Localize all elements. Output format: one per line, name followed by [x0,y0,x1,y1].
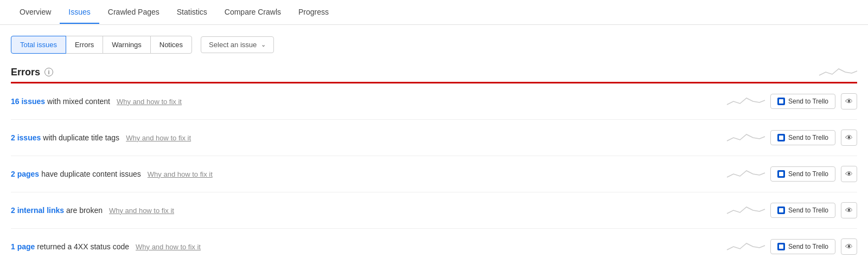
trello-label-duplicate-title: Send to Trello [788,134,828,141]
sparkline-broken-links [727,203,765,218]
fix-link-broken-links[interactable]: Why and how to fix it [109,207,174,215]
issue-row-mixed-content: 16 issues with mixed content Why and how… [11,83,857,120]
issue-row-duplicate-title: 2 issues with duplicate title tags Why a… [11,120,857,156]
eye-button-4xx-status[interactable]: 👁 [841,238,857,255]
issue-text-duplicate-content: 2 pages have duplicate content issues Wh… [11,170,727,178]
send-to-trello-mixed-content[interactable]: Send to Trello [770,94,835,109]
fix-link-mixed-content[interactable]: Why and how to fix it [117,98,182,106]
trello-icon-duplicate-content [777,170,785,178]
tab-crawled-pages[interactable]: Crawled Pages [99,1,168,24]
tab-progress[interactable]: Progress [290,1,337,24]
issue-description-duplicate-title: with duplicate title tags [43,133,119,142]
sparkline-duplicate-title [727,130,765,145]
issue-count-duplicate-content[interactable]: 2 pages [11,170,39,178]
trello-label-mixed-content: Send to Trello [788,98,828,105]
trello-icon-mixed-content [777,98,785,105]
issue-row-duplicate-content: 2 pages have duplicate content issues Wh… [11,156,857,192]
tab-statistics[interactable]: Statistics [168,1,216,24]
main-content: Total issues Errors Warnings Notices Sel… [0,25,868,264]
section-title: Errors i [11,67,53,78]
select-issue-label: Select an issue [209,41,257,49]
filter-bar: Total issues Errors Warnings Notices Sel… [11,36,857,54]
issue-actions-duplicate-content: Send to Trello 👁 [727,166,857,182]
issue-text-duplicate-title: 2 issues with duplicate title tags Why a… [11,133,727,142]
issue-text-mixed-content: 16 issues with mixed content Why and how… [11,97,727,106]
send-to-trello-duplicate-title[interactable]: Send to Trello [770,130,835,145]
issue-row-4xx-status: 1 page returned a 4XX status code Why an… [11,229,857,264]
fix-link-duplicate-content[interactable]: Why and how to fix it [148,170,213,178]
section-header: Errors i [11,64,857,80]
send-to-trello-duplicate-content[interactable]: Send to Trello [770,166,835,182]
eye-button-duplicate-title[interactable]: 👁 [841,130,857,146]
trello-icon-broken-links [777,207,785,214]
eye-button-broken-links[interactable]: 👁 [841,202,857,218]
issue-count-duplicate-title[interactable]: 2 issues [11,133,41,142]
send-to-trello-4xx-status[interactable]: Send to Trello [770,239,835,254]
issue-description-4xx-status: returned a 4XX status code [37,242,129,251]
eye-icon-duplicate-content: 👁 [845,170,853,178]
eye-button-duplicate-content[interactable]: 👁 [841,166,857,182]
eye-icon-4xx-status: 👁 [845,242,853,251]
issue-text-4xx-status: 1 page returned a 4XX status code Why an… [11,242,727,251]
tab-compare-crawls[interactable]: Compare Crawls [216,1,290,24]
eye-icon-mixed-content: 👁 [845,97,853,106]
eye-icon-duplicate-title: 👁 [845,133,853,142]
fix-link-duplicate-title[interactable]: Why and how to fix it [126,134,191,142]
issue-description-duplicate-content: have duplicate content issues [41,170,141,178]
tab-issues[interactable]: Issues [60,1,99,24]
tab-overview[interactable]: Overview [11,1,60,24]
eye-button-mixed-content[interactable]: 👁 [841,93,857,109]
issue-count-broken-links[interactable]: 2 internal links [11,206,64,215]
issue-count-mixed-content[interactable]: 16 issues [11,97,45,106]
trello-label-broken-links: Send to Trello [788,207,828,214]
nav-tabs: Overview Issues Crawled Pages Statistics… [0,0,868,25]
send-to-trello-broken-links[interactable]: Send to Trello [770,203,835,218]
issue-actions-4xx-status: Send to Trello 👁 [727,238,857,255]
sparkline-mixed-content [727,94,765,109]
filter-warnings[interactable]: Warnings [103,36,150,54]
issue-actions-broken-links: Send to Trello 👁 [727,202,857,218]
issue-text-broken-links: 2 internal links are broken Why and how … [11,206,727,215]
filter-errors[interactable]: Errors [66,36,103,54]
sparkline-4xx-status [727,239,765,254]
issue-description-broken-links: are broken [66,206,103,215]
issue-actions-duplicate-title: Send to Trello 👁 [727,130,857,146]
trello-label-duplicate-content: Send to Trello [788,170,828,178]
issues-list: 16 issues with mixed content Why and how… [11,83,857,264]
trello-icon-4xx-status [777,243,785,250]
chevron-down-icon: ⌄ [261,41,266,48]
trello-icon-duplicate-title [777,134,785,141]
filter-total-issues[interactable]: Total issues [11,36,66,54]
info-icon[interactable]: i [44,68,53,76]
filter-notices[interactable]: Notices [150,36,192,54]
issue-count-4xx-status[interactable]: 1 page [11,242,35,251]
fix-link-4xx-status[interactable]: Why and how to fix it [136,243,201,251]
sparkline-duplicate-content [727,166,765,182]
section-sparkline [819,64,857,80]
eye-icon-broken-links: 👁 [845,206,853,215]
issue-description-mixed-content: with mixed content [47,97,110,106]
select-issue-dropdown[interactable]: Select an issue ⌄ [201,36,274,53]
issue-row-broken-links: 2 internal links are broken Why and how … [11,192,857,229]
trello-label-4xx-status: Send to Trello [788,243,828,250]
issue-actions-mixed-content: Send to Trello 👁 [727,93,857,109]
